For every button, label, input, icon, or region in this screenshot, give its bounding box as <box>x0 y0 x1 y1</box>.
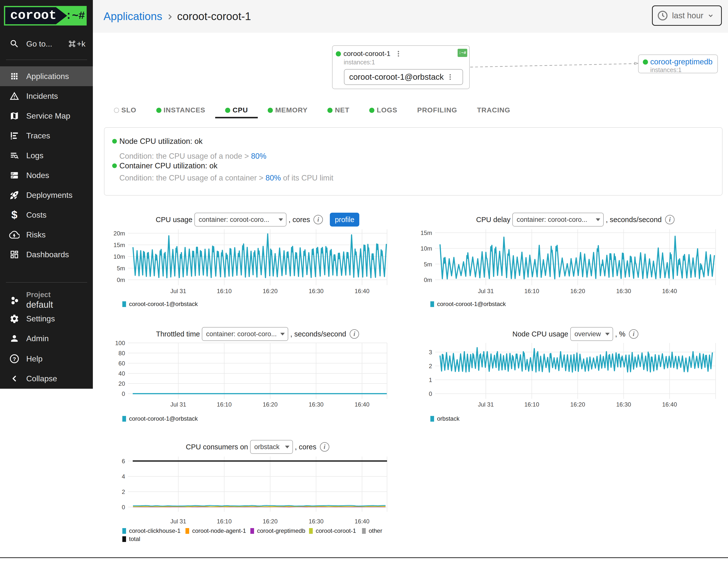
svg-text:16:10: 16:10 <box>524 401 539 408</box>
svg-text:coroot-greptimedb: coroot-greptimedb <box>257 527 305 534</box>
svg-text:16:20: 16:20 <box>263 518 278 525</box>
svg-text:5m: 5m <box>117 265 125 272</box>
svg-text:coroot-node-agent-1: coroot-node-agent-1 <box>192 527 246 534</box>
svg-text:16:30: 16:30 <box>309 288 323 294</box>
svg-text:15m: 15m <box>420 230 432 236</box>
svg-text:6: 6 <box>122 458 125 464</box>
svg-text:4: 4 <box>122 473 125 480</box>
svg-text:0: 0 <box>122 504 125 511</box>
svg-text:10m: 10m <box>113 253 125 260</box>
svg-text:16:40: 16:40 <box>355 401 369 408</box>
svg-text:16:30: 16:30 <box>616 401 631 408</box>
svg-text:20m: 20m <box>113 230 125 237</box>
svg-text:16:30: 16:30 <box>309 401 323 408</box>
svg-text:0: 0 <box>429 390 432 397</box>
svg-text:16:40: 16:40 <box>355 288 369 294</box>
svg-text:16:10: 16:10 <box>217 518 232 525</box>
svg-text:16:10: 16:10 <box>217 288 232 294</box>
svg-text:16:40: 16:40 <box>355 518 369 525</box>
svg-text:20: 20 <box>118 380 125 387</box>
svg-text:coroot-coroot-1@orbstack: coroot-coroot-1@orbstack <box>129 415 198 422</box>
svg-text:16:40: 16:40 <box>662 288 677 294</box>
svg-text:2: 2 <box>122 488 125 495</box>
svg-text:10m: 10m <box>420 245 432 252</box>
svg-text:3: 3 <box>429 349 432 356</box>
svg-text:Jul 31: Jul 31 <box>170 401 186 408</box>
svg-text:100: 100 <box>115 340 125 346</box>
svg-text:other: other <box>369 527 382 534</box>
svg-text:5m: 5m <box>424 261 432 268</box>
svg-text:?: ? <box>13 356 16 362</box>
svg-text:16:40: 16:40 <box>662 401 677 408</box>
svg-text:coroot-coroot-1: coroot-coroot-1 <box>316 527 356 534</box>
svg-text:80: 80 <box>118 350 125 357</box>
svg-text:1: 1 <box>429 377 432 383</box>
svg-text:0m: 0m <box>117 277 125 283</box>
svg-text:16:20: 16:20 <box>570 288 585 294</box>
svg-text:coroot-coroot-1@orbstack: coroot-coroot-1@orbstack <box>437 301 506 307</box>
svg-text:15m: 15m <box>113 242 125 248</box>
svg-text:16:10: 16:10 <box>524 288 539 294</box>
svg-text:0: 0 <box>122 390 125 397</box>
svg-text:16:20: 16:20 <box>263 288 278 294</box>
svg-text:16:30: 16:30 <box>616 288 631 294</box>
svg-text:Jul 31: Jul 31 <box>478 288 494 294</box>
svg-text:0m: 0m <box>424 277 432 283</box>
svg-text:16:20: 16:20 <box>263 401 278 408</box>
svg-text:orbstack: orbstack <box>437 415 460 422</box>
svg-text:2: 2 <box>429 363 432 369</box>
svg-text:16:10: 16:10 <box>217 401 232 408</box>
svg-text:Jul 31: Jul 31 <box>478 401 494 408</box>
svg-text:16:20: 16:20 <box>570 401 585 408</box>
svg-text:total: total <box>129 536 140 542</box>
svg-text:16:30: 16:30 <box>309 518 323 525</box>
svg-text:coroot-clickhouse-1: coroot-clickhouse-1 <box>129 527 181 534</box>
svg-text:40: 40 <box>118 370 125 377</box>
svg-text:coroot-coroot-1@orbstack: coroot-coroot-1@orbstack <box>129 301 198 307</box>
svg-text:Jul 31: Jul 31 <box>170 288 186 294</box>
svg-text:60: 60 <box>118 360 125 367</box>
svg-text:Jul 31: Jul 31 <box>170 518 186 525</box>
